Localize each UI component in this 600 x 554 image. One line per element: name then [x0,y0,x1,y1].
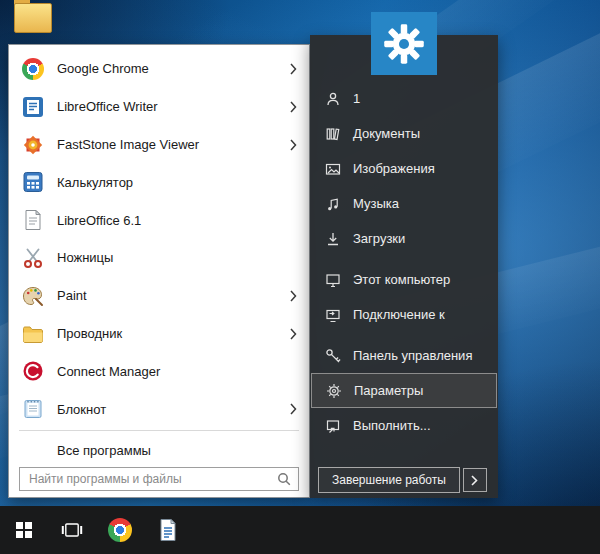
chevron-right-icon [471,475,478,486]
right-item-this-pc[interactable]: Этот компьютер [310,262,498,297]
start-item-label: Калькулятор [57,175,133,190]
right-item-label: Подключение к [353,307,445,322]
shutdown-button[interactable]: Завершение работы [318,467,460,493]
start-item-all-programs[interactable]: Все программы [9,433,309,467]
start-item-paint[interactable]: Paint [9,277,309,315]
start-menu-right-panel: 1 Документы Изображения Музыка [310,35,498,498]
scissors-icon [21,246,45,270]
start-item-libreoffice-61[interactable]: LibreOffice 6.1 [9,201,309,239]
right-item-documents[interactable]: Документы [310,116,498,151]
right-item-label: Выполнить... [353,418,431,433]
right-item-label: Параметры [354,383,423,398]
right-item-user-1[interactable]: 1 [310,81,498,116]
documents-icon [325,126,341,142]
chrome-icon [21,57,45,81]
submenu-chevron-icon [290,101,297,113]
desktop: Google Chrome LibreOffice Writer FastSto… [0,0,600,554]
windows-logo-icon [16,522,32,538]
folder-icon [14,3,52,33]
right-item-label: Панель управления [353,348,472,363]
right-item-settings[interactable]: Параметры [311,373,497,408]
right-item-downloads[interactable]: Загрузки [310,221,498,256]
submenu-chevron-icon [290,403,297,415]
taskbar [0,506,600,554]
task-view-icon [61,522,83,538]
paint-icon [21,284,45,308]
search-input[interactable] [27,471,271,487]
start-item-connect-manager[interactable]: Connect Manager [9,353,309,391]
shutdown-options-button[interactable] [463,468,487,492]
chrome-icon [108,518,132,542]
run-icon [325,418,341,434]
faststone-icon [21,133,45,157]
start-item-label: Блокнот [57,402,106,417]
empty-icon-spacer [21,438,45,462]
right-item-label: Загрузки [353,231,405,246]
notepad-icon [21,397,45,421]
downloads-icon [325,231,341,247]
start-item-label: Paint [57,288,87,303]
gear-logo-icon [371,12,437,75]
control-panel-key-icon [325,348,341,364]
right-item-label: Музыка [353,196,399,211]
desktop-folder-icon[interactable] [14,3,52,33]
start-item-explorer[interactable]: Проводник [9,315,309,353]
start-item-label: Ножницы [57,250,113,265]
start-item-label: LibreOffice 6.1 [57,213,141,228]
taskbar-writer-button[interactable] [144,506,192,554]
explorer-folder-icon [21,322,45,346]
computer-icon [325,272,341,288]
submenu-chevron-icon [290,290,297,302]
submenu-chevron-icon [290,139,297,151]
connect-to-icon [325,307,341,323]
right-item-music[interactable]: Музыка [310,186,498,221]
connect-manager-icon [21,359,45,383]
right-items-list: 1 Документы Изображения Музыка [310,81,498,443]
settings-gear-icon [326,383,342,399]
start-item-label: Проводник [57,326,122,341]
right-item-label: Изображения [353,161,435,176]
start-item-faststone-image-viewer[interactable]: FastStone Image Viewer [9,126,309,164]
right-item-run[interactable]: Выполнить... [310,408,498,443]
start-menu-left-panel: Google Chrome LibreOffice Writer FastSto… [8,44,310,498]
start-item-label: Google Chrome [57,61,149,76]
start-button[interactable] [0,506,48,554]
start-item-label: Connect Manager [57,364,160,379]
search-area [19,467,299,491]
submenu-chevron-icon [290,328,297,340]
start-item-label: Все программы [57,443,151,458]
menu-separator [19,430,299,431]
search-icon [277,472,291,486]
shutdown-label: Завершение работы [332,473,446,487]
start-item-label: FastStone Image Viewer [57,137,199,152]
right-item-pictures[interactable]: Изображения [310,151,498,186]
shutdown-area: Завершение работы [318,467,487,493]
taskbar-chrome-button[interactable] [96,506,144,554]
writer-icon [158,518,178,542]
right-item-label: 1 [353,91,360,106]
start-item-libreoffice-writer[interactable]: LibreOffice Writer [9,88,309,126]
right-item-label: Документы [353,126,420,141]
pictures-icon [325,161,341,177]
start-item-label: LibreOffice Writer [57,99,158,114]
start-item-google-chrome[interactable]: Google Chrome [9,50,309,88]
start-item-notepad[interactable]: Блокнот [9,390,309,428]
calculator-icon [21,170,45,194]
start-item-calculator[interactable]: Калькулятор [9,163,309,201]
libreoffice-icon [21,208,45,232]
right-item-connect-to[interactable]: Подключение к [310,297,498,332]
submenu-chevron-icon [290,63,297,75]
writer-icon [21,95,45,119]
right-item-label: Этот компьютер [353,272,450,287]
right-item-control-panel[interactable]: Панель управления [310,338,498,373]
music-icon [325,196,341,212]
task-view-button[interactable] [48,506,96,554]
user-icon [325,91,341,107]
start-item-snipping-tool[interactable]: Ножницы [9,239,309,277]
search-box[interactable] [19,467,299,491]
